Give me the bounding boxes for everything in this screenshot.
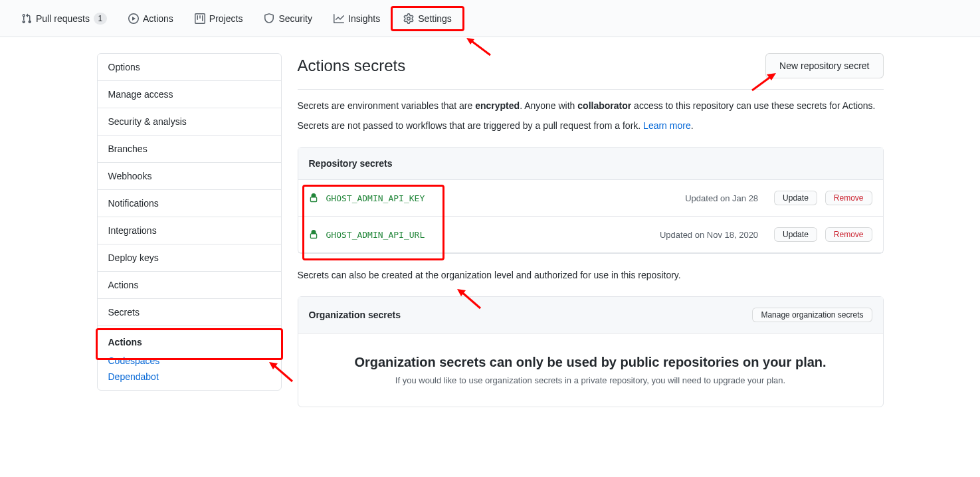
- new-secret-button[interactable]: New repository secret: [765, 53, 883, 78]
- sidebar-item-integrations[interactable]: Integrations: [98, 217, 281, 244]
- tab-label: Pull requests: [36, 13, 90, 24]
- org-secrets-box: Organization secrets Manage organization…: [298, 296, 884, 407]
- sidebar-item-actions[interactable]: Actions: [98, 272, 281, 299]
- remove-secret-button[interactable]: Remove: [825, 227, 872, 242]
- shield-icon: [264, 13, 274, 24]
- tab-label: Actions: [143, 13, 173, 24]
- sidebar-item-security-analysis[interactable]: Security & analysis: [98, 108, 281, 136]
- sidebar-item-manage-access[interactable]: Manage access: [98, 81, 281, 108]
- tab-pull-requests[interactable]: Pull requests 1: [11, 7, 118, 30]
- secret-row: GHOST_ADMIN_API_URL Updated on Nov 18, 2…: [298, 217, 883, 253]
- org-msg-title: Organization secrets can only be used by…: [320, 355, 862, 370]
- secret-row: GHOST_ADMIN_API_KEY Updated on Jan 28 Up…: [298, 180, 883, 217]
- repo-tabs: Pull requests 1 Actions Projects Securit…: [0, 0, 980, 37]
- update-secret-button[interactable]: Update: [774, 191, 817, 205]
- desc-line-2: Secrets are not passed to workflows that…: [298, 120, 884, 131]
- tab-label: Settings: [418, 13, 452, 24]
- tab-settings[interactable]: Settings: [391, 6, 464, 31]
- sidebar-item-webhooks[interactable]: Webhooks: [98, 163, 281, 190]
- tab-actions[interactable]: Actions: [118, 8, 184, 29]
- page-header: Actions secrets New repository secret: [298, 53, 884, 90]
- sidebar-item-secrets[interactable]: Secrets: [98, 299, 281, 326]
- gear-icon: [403, 13, 414, 24]
- sidebar-item-branches[interactable]: Branches: [98, 136, 281, 163]
- sidebar-submenu: Actions Codespaces Dependabot: [98, 326, 281, 390]
- tab-security[interactable]: Security: [253, 8, 323, 29]
- lock-icon: [309, 193, 318, 203]
- sidebar-item-options[interactable]: Options: [98, 54, 281, 81]
- org-note: Secrets can also be created at the organ…: [298, 270, 884, 280]
- tab-projects[interactable]: Projects: [184, 8, 254, 29]
- org-secrets-message: Organization secrets can only be used by…: [298, 334, 883, 407]
- tab-insights[interactable]: Insights: [323, 8, 391, 29]
- repo-secrets-box: Repository secrets GHOST_ADMIN_API_KEY U…: [298, 147, 884, 254]
- secret-updated: Updated on Jan 28: [685, 193, 758, 203]
- sidebar-item-deploy-keys[interactable]: Deploy keys: [98, 244, 281, 272]
- org-secrets-header: Organization secrets Manage organization…: [298, 297, 883, 334]
- submenu-header: Actions: [108, 332, 270, 353]
- page-title: Actions secrets: [298, 56, 406, 75]
- project-icon: [195, 13, 205, 24]
- settings-sidebar: Options Manage access Security & analysi…: [97, 53, 282, 423]
- learn-more-link[interactable]: Learn more: [643, 120, 691, 131]
- tab-label: Security: [278, 13, 312, 24]
- repo-secrets-header: Repository secrets: [298, 147, 883, 180]
- manage-org-secrets-button[interactable]: Manage organization secrets: [752, 308, 872, 322]
- org-msg-body: If you would like to use organization se…: [320, 375, 862, 385]
- sidebar-subitem-dependabot[interactable]: Dependabot: [108, 369, 270, 385]
- graph-icon: [334, 13, 344, 24]
- tab-label: Insights: [348, 13, 380, 24]
- git-pull-request-icon: [21, 13, 32, 24]
- remove-secret-button[interactable]: Remove: [825, 191, 872, 205]
- lock-icon: [309, 230, 318, 239]
- desc-line-1: Secrets are environment variables that a…: [298, 100, 884, 111]
- play-icon: [128, 13, 139, 24]
- sidebar-subitem-codespaces[interactable]: Codespaces: [108, 353, 270, 369]
- secret-name: GHOST_ADMIN_API_URL: [326, 230, 425, 240]
- update-secret-button[interactable]: Update: [774, 227, 817, 242]
- secret-name: GHOST_ADMIN_API_KEY: [326, 193, 425, 203]
- sidebar-item-notifications[interactable]: Notifications: [98, 190, 281, 217]
- settings-menu: Options Manage access Security & analysi…: [97, 53, 282, 391]
- secret-updated: Updated on Nov 18, 2020: [660, 230, 758, 240]
- main-content: Actions secrets New repository secret Se…: [298, 53, 884, 423]
- pr-counter: 1: [94, 13, 107, 25]
- tab-label: Projects: [209, 13, 243, 24]
